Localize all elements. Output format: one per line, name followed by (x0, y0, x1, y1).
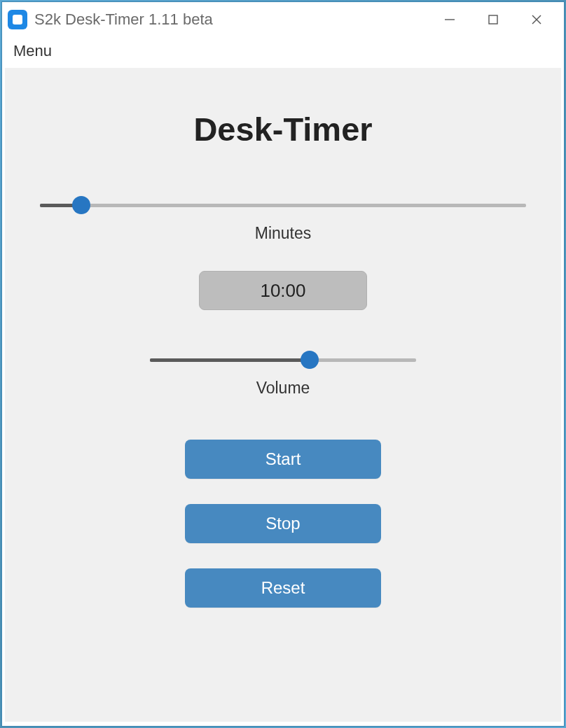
maximize-icon (487, 13, 499, 26)
menubar: Menu (2, 37, 564, 65)
volume-slider[interactable] (150, 352, 416, 368)
minimize-button[interactable] (441, 10, 459, 29)
minutes-slider[interactable] (40, 197, 526, 213)
close-icon (530, 13, 543, 26)
start-button[interactable]: Start (185, 440, 381, 479)
volume-track-fill (150, 358, 310, 362)
minutes-thumb[interactable] (72, 196, 90, 214)
maximize-button[interactable] (484, 10, 502, 29)
window-title: S2k Desk-Timer 1.11 beta (34, 10, 441, 29)
button-group: Start Stop Reset (185, 440, 381, 608)
time-display: 10:00 (199, 271, 367, 310)
minutes-slider-container: Minutes (40, 197, 526, 243)
stop-button[interactable]: Stop (185, 504, 381, 543)
app-icon-inner (13, 15, 22, 24)
svg-rect-1 (489, 15, 497, 24)
page-title: Desk-Timer (193, 110, 372, 148)
minutes-track (40, 204, 526, 207)
minutes-label: Minutes (255, 224, 312, 243)
minimize-icon (443, 13, 456, 26)
app-window: S2k Desk-Timer 1.11 beta Menu Desk-Timer… (1, 1, 565, 727)
volume-thumb[interactable] (301, 351, 319, 369)
volume-label: Volume (256, 379, 310, 398)
close-button[interactable] (527, 10, 546, 29)
volume-slider-container: Volume (150, 352, 416, 398)
menu-item-menu[interactable]: Menu (11, 39, 55, 63)
reset-button[interactable]: Reset (185, 568, 381, 608)
titlebar: S2k Desk-Timer 1.11 beta (2, 2, 564, 37)
content-area: Desk-Timer Minutes 10:00 Volume Start St… (5, 68, 561, 722)
window-controls (441, 10, 558, 29)
app-icon (8, 10, 27, 29)
